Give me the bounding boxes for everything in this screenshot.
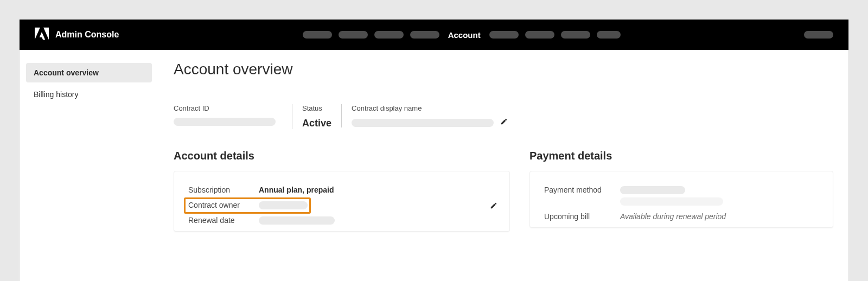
payment-details-section: Payment details Payment method Upcoming … <box>529 150 833 228</box>
edit-account-details-button[interactable] <box>490 202 497 212</box>
sidebar-item-label: Account overview <box>34 68 99 77</box>
adobe-logo-icon <box>35 27 49 43</box>
renewal-date-label: Renewal date <box>188 216 259 225</box>
display-name-col: Contract display name <box>341 104 518 127</box>
contract-owner-label: Contract owner <box>188 201 259 209</box>
display-name-label: Contract display name <box>352 104 508 112</box>
upcoming-bill-value: Available during renewal period <box>620 212 726 221</box>
payment-method-row: Payment method <box>544 182 819 197</box>
page-title: Account overview <box>174 61 833 78</box>
nav-placeholder[interactable] <box>339 31 368 39</box>
body: Account overview Billing history Account… <box>20 50 848 281</box>
contract-id-col: Contract ID <box>174 104 292 126</box>
contract-id-value-placeholder <box>174 118 276 126</box>
pencil-icon <box>490 202 497 209</box>
account-details-card: Subscription Annual plan, prepaid Contra… <box>174 171 510 232</box>
payment-method-label: Payment method <box>544 186 620 194</box>
renewal-date-value-placeholder <box>259 216 335 225</box>
sidebar-item-billing-history[interactable]: Billing history <box>26 85 152 104</box>
nav-placeholder[interactable] <box>489 31 519 39</box>
sidebar-item-label: Billing history <box>34 90 78 99</box>
subscription-value: Annual plan, prepaid <box>259 186 334 194</box>
topbar-right <box>804 31 833 39</box>
app-window: Admin Console Account Account overview B… <box>20 20 848 281</box>
contract-summary: Contract ID Status Active Contract displ… <box>174 104 833 129</box>
payment-method-row-2 <box>544 197 819 209</box>
contract-id-label: Contract ID <box>174 104 282 112</box>
contract-owner-value-placeholder <box>259 201 308 209</box>
sidebar: Account overview Billing history <box>20 50 158 281</box>
payment-method-extra-placeholder <box>620 197 723 206</box>
topnav: Account <box>119 30 804 40</box>
status-value: Active <box>302 118 331 129</box>
topbar-action-placeholder[interactable] <box>804 31 833 39</box>
account-details-heading: Account details <box>174 150 510 162</box>
details-sections: Account details Subscription Annual plan… <box>174 150 833 232</box>
nav-placeholder[interactable] <box>374 31 404 39</box>
contract-owner-row: Contract owner <box>188 197 495 213</box>
sidebar-item-account-overview[interactable]: Account overview <box>26 63 152 82</box>
main: Account overview Contract ID Status Acti… <box>158 50 848 281</box>
nav-placeholder[interactable] <box>303 31 332 39</box>
payment-details-card: Payment method Upcoming bill Available d… <box>529 171 833 228</box>
renewal-date-row: Renewal date <box>188 213 495 228</box>
status-col: Status Active <box>292 104 341 129</box>
edit-display-name-button[interactable] <box>500 118 508 127</box>
nav-tab-account[interactable]: Account <box>446 30 483 40</box>
upcoming-bill-label: Upcoming bill <box>544 212 620 221</box>
nav-placeholder[interactable] <box>597 31 621 39</box>
upcoming-bill-row: Upcoming bill Available during renewal p… <box>544 209 819 224</box>
payment-method-value-placeholder <box>620 186 685 194</box>
app-name: Admin Console <box>55 30 119 40</box>
account-details-section: Account details Subscription Annual plan… <box>174 150 510 232</box>
pencil-icon <box>500 118 508 125</box>
nav-placeholder[interactable] <box>561 31 590 39</box>
subscription-row: Subscription Annual plan, prepaid <box>188 182 495 197</box>
topbar: Admin Console Account <box>20 20 848 50</box>
status-label: Status <box>302 104 331 112</box>
display-name-value-placeholder <box>352 119 494 127</box>
nav-placeholder[interactable] <box>525 31 554 39</box>
payment-details-heading: Payment details <box>529 150 833 162</box>
subscription-label: Subscription <box>188 186 259 194</box>
nav-placeholder[interactable] <box>410 31 439 39</box>
brand: Admin Console <box>35 27 119 43</box>
